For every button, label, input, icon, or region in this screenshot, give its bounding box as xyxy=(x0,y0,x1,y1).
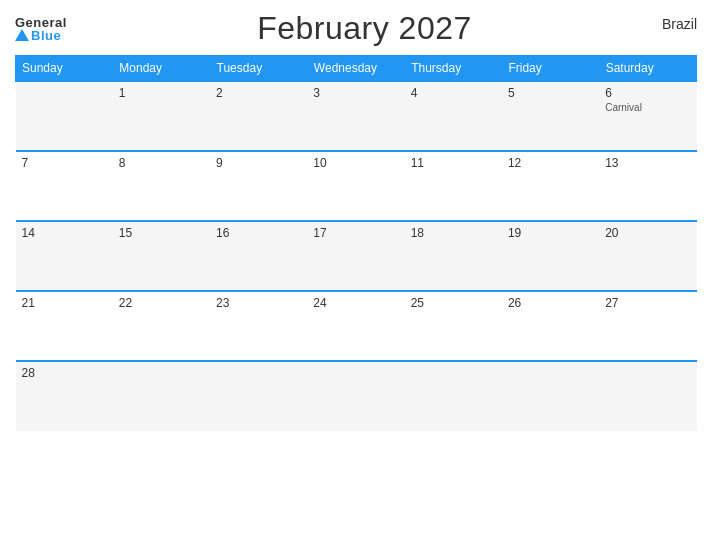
calendar-table: SundayMondayTuesdayWednesdayThursdayFrid… xyxy=(15,55,697,431)
calendar-header: General Blue February 2027 Brazil xyxy=(15,10,697,47)
logo-general-text: General xyxy=(15,16,67,29)
weekday-header-saturday: Saturday xyxy=(599,56,696,82)
day-number: 28 xyxy=(22,366,107,380)
day-number: 27 xyxy=(605,296,690,310)
day-cell: 20 xyxy=(599,221,696,291)
day-cell: 21 xyxy=(16,291,113,361)
day-cell: 17 xyxy=(307,221,404,291)
weekday-header-tuesday: Tuesday xyxy=(210,56,307,82)
day-number: 4 xyxy=(411,86,496,100)
day-cell: 26 xyxy=(502,291,599,361)
day-number: 25 xyxy=(411,296,496,310)
day-number: 1 xyxy=(119,86,204,100)
day-cell: 13 xyxy=(599,151,696,221)
day-cell: 28 xyxy=(16,361,113,431)
day-cell: 24 xyxy=(307,291,404,361)
day-number: 8 xyxy=(119,156,204,170)
day-number: 21 xyxy=(22,296,107,310)
weekday-header-wednesday: Wednesday xyxy=(307,56,404,82)
day-cell xyxy=(210,361,307,431)
day-cell: 5 xyxy=(502,81,599,151)
day-cell: 12 xyxy=(502,151,599,221)
day-number: 14 xyxy=(22,226,107,240)
day-cell: 16 xyxy=(210,221,307,291)
day-cell xyxy=(405,361,502,431)
day-cell: 3 xyxy=(307,81,404,151)
calendar-thead: SundayMondayTuesdayWednesdayThursdayFrid… xyxy=(16,56,697,82)
day-cell: 25 xyxy=(405,291,502,361)
day-number: 19 xyxy=(508,226,593,240)
day-event: Carnival xyxy=(605,102,690,113)
logo: General Blue xyxy=(15,16,67,42)
day-cell xyxy=(599,361,696,431)
day-number: 3 xyxy=(313,86,398,100)
day-cell: 11 xyxy=(405,151,502,221)
day-number: 20 xyxy=(605,226,690,240)
day-cell: 19 xyxy=(502,221,599,291)
day-cell: 1 xyxy=(113,81,210,151)
day-cell xyxy=(502,361,599,431)
day-cell: 4 xyxy=(405,81,502,151)
day-number: 6 xyxy=(605,86,690,100)
day-cell xyxy=(307,361,404,431)
weekday-header-row: SundayMondayTuesdayWednesdayThursdayFrid… xyxy=(16,56,697,82)
weekday-header-sunday: Sunday xyxy=(16,56,113,82)
weekday-header-friday: Friday xyxy=(502,56,599,82)
day-number: 2 xyxy=(216,86,301,100)
day-cell: 18 xyxy=(405,221,502,291)
week-row-4: 28 xyxy=(16,361,697,431)
day-cell: 8 xyxy=(113,151,210,221)
weekday-header-thursday: Thursday xyxy=(405,56,502,82)
day-cell: 14 xyxy=(16,221,113,291)
week-row-3: 21222324252627 xyxy=(16,291,697,361)
week-row-1: 78910111213 xyxy=(16,151,697,221)
day-cell: 7 xyxy=(16,151,113,221)
logo-triangle-icon xyxy=(15,29,29,41)
day-number: 5 xyxy=(508,86,593,100)
day-cell: 23 xyxy=(210,291,307,361)
day-number: 22 xyxy=(119,296,204,310)
calendar-tbody: 123456Carnival78910111213141516171819202… xyxy=(16,81,697,431)
day-number: 9 xyxy=(216,156,301,170)
day-number: 10 xyxy=(313,156,398,170)
day-cell: 22 xyxy=(113,291,210,361)
day-cell: 6Carnival xyxy=(599,81,696,151)
day-number: 26 xyxy=(508,296,593,310)
weekday-header-monday: Monday xyxy=(113,56,210,82)
day-cell: 9 xyxy=(210,151,307,221)
logo-blue-text: Blue xyxy=(31,29,61,42)
day-cell: 10 xyxy=(307,151,404,221)
day-number: 24 xyxy=(313,296,398,310)
logo-blue-row: Blue xyxy=(15,29,61,42)
day-number: 15 xyxy=(119,226,204,240)
day-number: 16 xyxy=(216,226,301,240)
day-cell: 2 xyxy=(210,81,307,151)
week-row-2: 14151617181920 xyxy=(16,221,697,291)
day-cell: 15 xyxy=(113,221,210,291)
day-number: 17 xyxy=(313,226,398,240)
week-row-0: 123456Carnival xyxy=(16,81,697,151)
day-number: 18 xyxy=(411,226,496,240)
day-number: 13 xyxy=(605,156,690,170)
calendar-container: General Blue February 2027 Brazil Sunday… xyxy=(0,0,712,550)
day-number: 12 xyxy=(508,156,593,170)
day-number: 11 xyxy=(411,156,496,170)
day-cell: 27 xyxy=(599,291,696,361)
country-label: Brazil xyxy=(662,16,697,32)
day-cell xyxy=(16,81,113,151)
calendar-title: February 2027 xyxy=(257,10,472,47)
day-number: 23 xyxy=(216,296,301,310)
day-number: 7 xyxy=(22,156,107,170)
day-cell xyxy=(113,361,210,431)
